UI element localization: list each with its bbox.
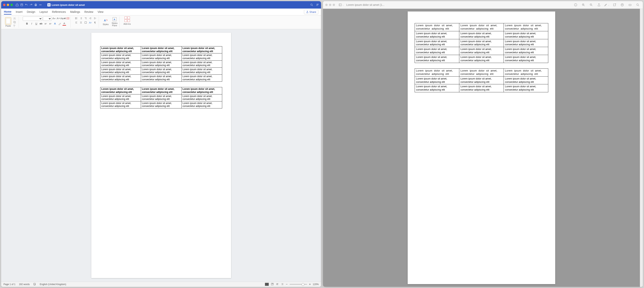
preview-page[interactable]: Lorem ipsum dolor sit amet, consectetur … — [408, 12, 555, 284]
status-language[interactable]: English (United Kingdom) — [40, 283, 66, 286]
zoom-window-button[interactable] — [10, 4, 13, 6]
tab-review[interactable]: Review — [84, 10, 94, 14]
close-window-button[interactable] — [3, 4, 6, 6]
highlight-tool-icon[interactable]: ⌄ — [604, 3, 610, 7]
preview-scrollbar[interactable] — [640, 9, 643, 287]
copy-icon[interactable] — [12, 21, 17, 24]
clear-format-icon[interactable]: A⌫ — [65, 17, 68, 20]
tab-mailings[interactable]: Mailings — [70, 10, 80, 14]
zoom-level[interactable]: 120% — [313, 283, 319, 286]
align-left-icon[interactable] — [74, 21, 78, 24]
align-center-icon[interactable] — [79, 21, 83, 24]
search-tool-icon[interactable] — [635, 3, 640, 7]
pv-zoom-button[interactable] — [333, 4, 335, 6]
styles-icon[interactable]: A — [103, 18, 108, 23]
multilevel-icon[interactable] — [84, 17, 88, 20]
show-marks-icon[interactable]: ¶ — [93, 21, 97, 24]
outline-view-icon[interactable] — [281, 283, 284, 286]
grow-font-icon[interactable]: A▲ — [52, 17, 56, 20]
italic-button[interactable]: I — [30, 22, 34, 26]
document-page[interactable]: Lorem ipsum dolor sit amet, consectetur … — [91, 33, 231, 278]
focus-mode-icon[interactable] — [271, 283, 274, 286]
svg-rect-22 — [271, 283, 273, 285]
minimize-window-button[interactable] — [7, 4, 9, 6]
redo-icon[interactable] — [30, 3, 33, 7]
document-canvas[interactable]: Lorem ipsum dolor sit amet, consectetur … — [1, 29, 321, 281]
markup-icon[interactable] — [620, 3, 625, 7]
bold-button[interactable]: B — [25, 22, 29, 26]
undo-icon[interactable] — [25, 3, 28, 7]
superscript-button[interactable]: x2 — [48, 22, 52, 26]
paste-button[interactable]: Paste — [5, 17, 11, 27]
rotate-icon[interactable] — [612, 3, 617, 7]
borders-icon[interactable] — [84, 21, 88, 24]
document-table-1[interactable]: Lorem ipsum dolor sit amet, consectetur … — [100, 46, 222, 82]
change-case-icon[interactable]: Aa▾ — [61, 17, 64, 20]
addins-label: Add-ins — [124, 23, 131, 25]
svg-rect-30 — [629, 4, 631, 6]
styles-pane-label: Styles Pane — [112, 22, 118, 27]
tab-home[interactable]: Home — [4, 9, 12, 15]
tab-view[interactable]: View — [98, 10, 103, 14]
web-layout-icon[interactable] — [276, 283, 279, 286]
styles-label: Styles — [103, 23, 108, 26]
format-painter-icon[interactable] — [12, 24, 17, 28]
strike-button[interactable]: ab — [39, 22, 43, 26]
spellcheck-icon[interactable] — [33, 283, 36, 286]
crop-icon[interactable] — [627, 3, 633, 7]
preview-window: ⌄ Lorem ipsum dolor sit amet (1... ⌄ Lor… — [323, 1, 643, 287]
ribbon-tabs: Home Insert Design Layout References Mai… — [1, 9, 321, 15]
tab-references[interactable]: References — [52, 10, 66, 14]
svg-text:A: A — [114, 18, 115, 21]
svg-rect-13 — [14, 21, 15, 23]
font-color-icon[interactable]: A — [62, 22, 66, 26]
zoom-out-button[interactable]: − — [286, 282, 288, 286]
tab-layout[interactable]: Layout — [40, 10, 48, 14]
more-icon[interactable] — [39, 3, 42, 7]
zoom-in-button[interactable]: + — [309, 282, 311, 286]
status-page[interactable]: Page 1 of 1 — [4, 283, 15, 286]
zoom-slider[interactable] — [290, 284, 307, 285]
zoom-out-icon[interactable] — [588, 3, 594, 7]
shrink-font-icon[interactable]: A▼ — [56, 17, 60, 20]
print-layout-view-icon[interactable] — [265, 283, 269, 286]
bullets-icon[interactable] — [74, 17, 78, 20]
info-icon[interactable] — [573, 3, 578, 7]
underline-button[interactable]: U — [34, 22, 38, 26]
highlight-icon[interactable] — [58, 22, 61, 26]
svg-rect-17 — [85, 22, 86, 23]
pv-close-button[interactable] — [325, 4, 328, 6]
share-icon[interactable] — [596, 3, 602, 7]
print-icon[interactable] — [34, 3, 37, 7]
indent-right-icon[interactable] — [93, 17, 97, 20]
share-label: Share — [310, 11, 316, 14]
subscript-button[interactable]: x2 — [44, 22, 48, 26]
indent-left-icon[interactable] — [88, 17, 92, 20]
styles-pane-icon[interactable]: A — [112, 17, 117, 22]
tab-design[interactable]: Design — [27, 10, 35, 14]
zoom-in-icon[interactable] — [581, 3, 586, 7]
preview-canvas[interactable]: Lorem ipsum dolor sit amet, consectetur … — [323, 9, 640, 287]
pv-minimize-button[interactable] — [329, 4, 331, 6]
window-controls — [3, 4, 13, 6]
text-effects-icon[interactable]: A — [53, 22, 57, 26]
preview-table-2: Lorem ipsum dolor sit amet, consectetur … — [415, 68, 548, 92]
clipboard-group: Paste — [3, 17, 19, 28]
tab-insert[interactable]: Insert — [16, 10, 22, 14]
svg-point-7 — [311, 4, 312, 6]
sidebar-toggle-icon[interactable]: ⌄ — [338, 3, 344, 7]
sort-icon[interactable]: AZ — [88, 21, 92, 24]
font-family-select[interactable] — [23, 17, 42, 21]
addins-icon[interactable] — [124, 17, 130, 22]
share-button[interactable]: Share — [304, 10, 318, 14]
home-icon[interactable] — [16, 3, 19, 7]
cut-icon[interactable] — [12, 17, 17, 20]
svg-point-16 — [75, 19, 76, 19]
status-words[interactable]: 192 words — [19, 283, 30, 286]
share-people-icon[interactable] — [316, 3, 319, 7]
document-table-2[interactable]: Lorem ipsum dolor sit amet, consectetur … — [100, 87, 222, 108]
font-size-select[interactable] — [43, 17, 52, 21]
numbering-icon[interactable] — [79, 17, 83, 20]
search-icon[interactable] — [310, 3, 313, 7]
save-icon[interactable] — [20, 3, 23, 7]
